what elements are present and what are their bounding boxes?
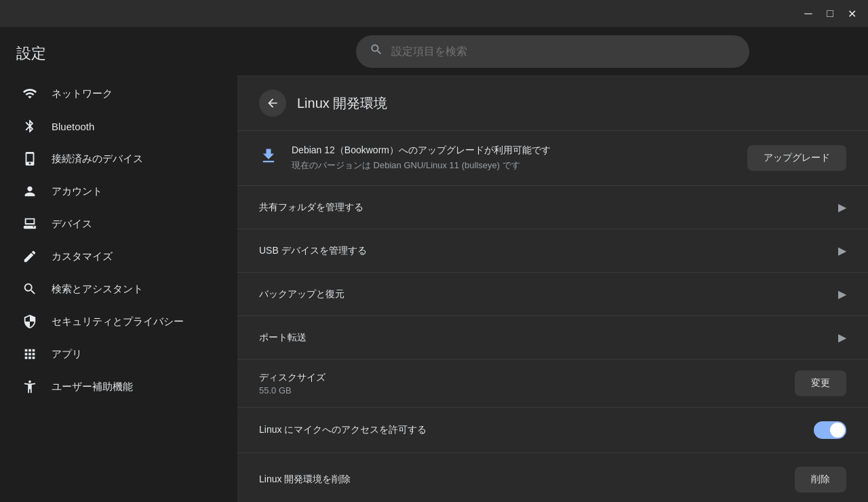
upgrade-main-text: Debian 12（Bookworm）へのアップグレードが利用可能です <box>292 144 734 157</box>
sidebar-label-customize: カスタマイズ <box>52 250 113 263</box>
list-item-backup-restore[interactable]: バックアップと復元 ▶ <box>237 273 868 316</box>
content-title: Linux 開発環境 <box>297 94 387 113</box>
disk-label: ディスクサイズ <box>259 372 795 384</box>
edit-icon <box>22 248 38 265</box>
sidebar-item-accessibility[interactable]: ユーザー補助機能 <box>5 370 232 403</box>
sidebar-item-connected-devices[interactable]: 接続済みのデバイス <box>5 142 232 175</box>
main-layout: 設定 ネットワーク Bluetooth <box>0 27 868 502</box>
sidebar: 設定 ネットワーク Bluetooth <box>0 27 237 502</box>
change-button[interactable]: 変更 <box>795 370 846 396</box>
chevron-right-icon: ▶ <box>838 244 846 257</box>
sidebar-label-apps: アプリ <box>52 348 82 361</box>
search-bar[interactable] <box>356 35 749 68</box>
search-bar-icon <box>370 43 383 60</box>
search-area <box>237 27 868 76</box>
sidebar-item-security[interactable]: セキュリティとプライバシー <box>5 305 232 338</box>
disk-sub: 55.0 GB <box>259 385 795 395</box>
sidebar-item-apps[interactable]: アプリ <box>5 338 232 370</box>
mic-toggle-switch[interactable] <box>814 421 846 439</box>
upgrade-button[interactable]: アップグレード <box>747 145 846 171</box>
disk-text: ディスクサイズ 55.0 GB <box>259 372 795 395</box>
content-panel: Linux 開発環境 Debian 12（Bookworm）へのアップグレードが… <box>237 76 868 502</box>
delete-item: Linux 開発環境を削除 削除 <box>237 453 868 502</box>
sidebar-item-network[interactable]: ネットワーク <box>5 77 232 110</box>
sidebar-label-connected-devices: 接続済みのデバイス <box>52 153 143 166</box>
maximize-button[interactable]: □ <box>819 3 841 24</box>
usb-devices-label: USB デバイスを管理する <box>259 245 838 257</box>
upgrade-notice: Debian 12（Bookworm）へのアップグレードが利用可能です 現在のバ… <box>237 131 868 186</box>
phone-icon <box>22 151 38 167</box>
right-panel: Linux 開発環境 Debian 12（Bookworm）へのアップグレードが… <box>237 27 868 502</box>
sidebar-item-bluetooth[interactable]: Bluetooth <box>5 110 232 142</box>
sidebar-item-devices[interactable]: デバイス <box>5 208 232 240</box>
bluetooth-icon <box>22 118 38 134</box>
app-title: 設定 <box>0 38 237 77</box>
mic-toggle-label: Linux にマイクへのアクセスを許可する <box>259 424 814 436</box>
accessibility-icon <box>22 379 38 395</box>
monitor-icon <box>22 216 38 232</box>
close-button[interactable]: ✕ <box>841 3 863 24</box>
chevron-right-icon: ▶ <box>838 331 846 344</box>
list-item-shared-folders[interactable]: 共有フォルダを管理する ▶ <box>237 186 868 229</box>
chevron-right-icon: ▶ <box>838 201 846 214</box>
upgrade-sub-text: 現在のバージョンは Debian GNU/Linux 11 (bullseye)… <box>292 159 734 172</box>
port-forwarding-label: ポート転送 <box>259 332 838 344</box>
disk-size-item: ディスクサイズ 55.0 GB 変更 <box>237 360 868 408</box>
search-icon <box>22 281 38 297</box>
titlebar: ─ □ ✕ <box>0 0 868 27</box>
search-input[interactable] <box>391 45 736 58</box>
sidebar-label-accessibility: ユーザー補助機能 <box>52 381 133 393</box>
sidebar-label-devices: デバイス <box>52 218 92 231</box>
backup-restore-label: バックアップと復元 <box>259 288 838 301</box>
delete-button[interactable]: 削除 <box>795 467 846 493</box>
download-icon <box>259 147 278 170</box>
toggle-knob <box>830 423 845 438</box>
sidebar-label-network: ネットワーク <box>52 88 113 100</box>
minimize-button[interactable]: ─ <box>797 3 819 24</box>
sidebar-label-accounts: アカウント <box>52 185 102 198</box>
mic-toggle-item: Linux にマイクへのアクセスを許可する <box>237 408 868 453</box>
list-item-usb-devices[interactable]: USB デバイスを管理する ▶ <box>237 229 868 273</box>
person-icon <box>22 183 38 199</box>
sidebar-item-accounts[interactable]: アカウント <box>5 175 232 208</box>
shared-folders-label: 共有フォルダを管理する <box>259 201 838 214</box>
apps-icon <box>22 346 38 362</box>
upgrade-text: Debian 12（Bookworm）へのアップグレードが利用可能です 現在のバ… <box>292 144 734 172</box>
content-header: Linux 開発環境 <box>237 76 868 131</box>
sidebar-label-search-assistant: 検索とアシスタント <box>52 283 143 296</box>
chevron-right-icon: ▶ <box>838 288 846 301</box>
sidebar-label-security: セキュリティとプライバシー <box>52 315 184 328</box>
back-button[interactable] <box>259 90 286 117</box>
delete-label: Linux 開発環境を削除 <box>259 474 795 486</box>
sidebar-label-bluetooth: Bluetooth <box>52 121 94 132</box>
shield-icon <box>22 313 38 330</box>
wifi-icon <box>22 85 38 102</box>
sidebar-item-customize[interactable]: カスタマイズ <box>5 240 232 273</box>
sidebar-item-search-assistant[interactable]: 検索とアシスタント <box>5 273 232 305</box>
list-item-port-forwarding[interactable]: ポート転送 ▶ <box>237 316 868 360</box>
